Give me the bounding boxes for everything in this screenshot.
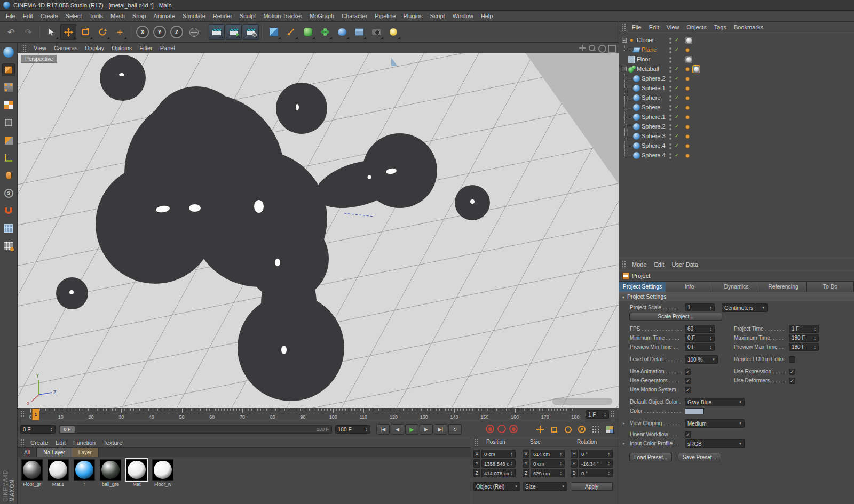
object-manager-menu-item[interactable]: Edit bbox=[645, 23, 663, 31]
next-frame-button[interactable]: ▶ bbox=[420, 424, 433, 435]
key-pla-toggle[interactable] bbox=[589, 423, 602, 435]
object-row-sphere[interactable]: Sphere.4 bbox=[619, 141, 854, 151]
material-name[interactable]: Floor_w bbox=[154, 482, 171, 487]
preview-max-field[interactable]: 180 F bbox=[789, 343, 819, 351]
section-carat-icon[interactable] bbox=[623, 421, 625, 426]
object-row-cloner[interactable]: Cloner bbox=[619, 36, 854, 45]
enabled-check-icon[interactable] bbox=[675, 133, 679, 139]
object-label[interactable]: Metaball bbox=[637, 66, 659, 72]
enabled-check-icon[interactable] bbox=[675, 114, 679, 119]
menu-item[interactable]: Pipeline bbox=[371, 12, 399, 20]
panel-grip[interactable] bbox=[622, 23, 627, 31]
enabled-check-icon[interactable] bbox=[675, 142, 679, 148]
menu-item[interactable]: Select bbox=[62, 12, 86, 20]
fps-field[interactable]: 60 bbox=[685, 325, 715, 333]
enabled-check-icon[interactable] bbox=[675, 37, 679, 43]
menu-item[interactable]: Window bbox=[449, 12, 477, 20]
viewport-menu-item[interactable]: Display bbox=[81, 44, 108, 52]
material-thumbnail[interactable] bbox=[21, 459, 43, 481]
undo-button[interactable]: ↶ bbox=[3, 24, 19, 40]
object-label[interactable]: Sphere.2 bbox=[642, 123, 666, 130]
render-lod-checkbox[interactable] bbox=[789, 356, 795, 363]
scale-project-button[interactable]: Scale Project... bbox=[629, 313, 722, 321]
use-animation-checkbox[interactable] bbox=[685, 369, 691, 375]
menu-item[interactable]: Tools bbox=[85, 12, 107, 20]
object-row-sphere[interactable]: Sphere.2 bbox=[619, 74, 854, 84]
units-dropdown[interactable]: Centimeters bbox=[722, 303, 768, 312]
workplane-lock-button[interactable] bbox=[2, 239, 15, 252]
spinner-icon[interactable] bbox=[603, 412, 607, 417]
key-parameter-toggle[interactable] bbox=[575, 423, 588, 435]
menu-item[interactable]: Plugins bbox=[399, 12, 426, 20]
visibility-dots[interactable] bbox=[669, 67, 671, 69]
visibility-dots[interactable] bbox=[669, 76, 671, 78]
camera-button[interactable] bbox=[368, 24, 384, 40]
panel-grip[interactable] bbox=[611, 411, 615, 418]
visibility-dots[interactable] bbox=[669, 134, 671, 136]
perspective-viewport[interactable]: Y Z X Perspective bbox=[18, 53, 619, 408]
object-label[interactable]: Sphere bbox=[642, 94, 660, 101]
timeline-ruler[interactable]: 0102030405060708090100110120130140150160… bbox=[18, 408, 619, 421]
live-selection-button[interactable] bbox=[43, 24, 59, 40]
render-settings-button[interactable] bbox=[243, 24, 259, 40]
loop-button[interactable]: ↻ bbox=[448, 424, 462, 435]
panel-grip[interactable] bbox=[22, 44, 27, 52]
x-axis-lock-button[interactable]: X bbox=[135, 24, 151, 40]
visibility-dots[interactable] bbox=[669, 95, 671, 98]
object-label[interactable]: Sphere.1 bbox=[642, 114, 666, 120]
key-rotation-toggle[interactable] bbox=[562, 423, 574, 435]
viewport-globe-button[interactable] bbox=[2, 46, 15, 59]
spline-pen-button[interactable] bbox=[283, 24, 299, 40]
spinner-icon[interactable] bbox=[364, 427, 369, 431]
playhead[interactable]: 1 bbox=[32, 409, 39, 420]
material-name[interactable]: Mat.1 bbox=[52, 482, 65, 487]
environment-button[interactable] bbox=[351, 24, 367, 40]
spinner-icon[interactable] bbox=[558, 461, 563, 466]
enabled-check-icon[interactable] bbox=[675, 75, 679, 81]
polygon-mode-button[interactable] bbox=[2, 134, 15, 147]
rot-b-field[interactable]: 0 ° bbox=[579, 469, 613, 477]
spinner-icon[interactable] bbox=[708, 306, 713, 310]
project-scale-field[interactable]: 1 bbox=[685, 303, 715, 311]
panel-grip[interactable] bbox=[20, 411, 25, 418]
enabled-check-icon[interactable] bbox=[675, 152, 679, 158]
material-thumbnail[interactable] bbox=[74, 459, 95, 481]
layer-dot-icon[interactable] bbox=[685, 106, 690, 110]
autokey-button[interactable] bbox=[497, 425, 506, 433]
material-name[interactable]: ball_gre bbox=[102, 482, 119, 487]
material-item[interactable]: Mat.1 bbox=[46, 459, 70, 487]
menu-item[interactable]: Script bbox=[426, 12, 449, 20]
object-row-sphere[interactable]: Sphere.2 bbox=[619, 122, 854, 132]
tab-info[interactable]: Info bbox=[666, 282, 713, 292]
viewport-nav-button[interactable] bbox=[2, 169, 15, 182]
layer-dot-icon[interactable] bbox=[685, 67, 690, 71]
spinner-icon[interactable] bbox=[558, 452, 563, 456]
menu-item[interactable]: Help bbox=[477, 12, 497, 20]
visibility-dots[interactable] bbox=[669, 153, 671, 155]
current-frame-field[interactable]: 1 F bbox=[586, 410, 609, 419]
size-x-field[interactable]: 614 cm bbox=[531, 450, 565, 458]
title-bar[interactable]: CINEMA 4D R17.055 Studio (R17) - [metal_… bbox=[0, 0, 854, 11]
save-preset-button[interactable]: Save Preset... bbox=[678, 453, 721, 461]
collapse-toggle-icon[interactable] bbox=[622, 38, 627, 43]
y-axis-lock-button[interactable]: Y bbox=[152, 24, 168, 40]
color-swatch[interactable] bbox=[685, 408, 704, 414]
rot-h-field[interactable]: 0 ° bbox=[579, 450, 613, 458]
use-expression-checkbox[interactable] bbox=[789, 369, 795, 375]
key-position-toggle[interactable] bbox=[534, 423, 547, 435]
minimum-time-field[interactable]: 0 F bbox=[685, 334, 715, 342]
object-row-sphere[interactable]: Sphere bbox=[619, 103, 854, 113]
texture-tag[interactable] bbox=[685, 37, 692, 44]
panel-grip[interactable] bbox=[20, 439, 25, 446]
object-row-sphere[interactable]: Sphere.1 bbox=[619, 84, 854, 93]
tab-all[interactable]: All bbox=[18, 448, 37, 457]
point-mode-button[interactable] bbox=[2, 81, 15, 94]
layer-dot-icon[interactable] bbox=[685, 154, 690, 158]
spinner-icon[interactable] bbox=[509, 452, 514, 456]
viewport-menu-item[interactable]: Options bbox=[108, 44, 136, 52]
attribute-menu-item[interactable]: Edit bbox=[651, 260, 668, 269]
enabled-check-icon[interactable] bbox=[675, 66, 679, 71]
previous-frame-button[interactable]: ◀ bbox=[391, 424, 404, 435]
snap-button[interactable] bbox=[2, 204, 15, 217]
enabled-check-icon[interactable] bbox=[675, 85, 679, 91]
